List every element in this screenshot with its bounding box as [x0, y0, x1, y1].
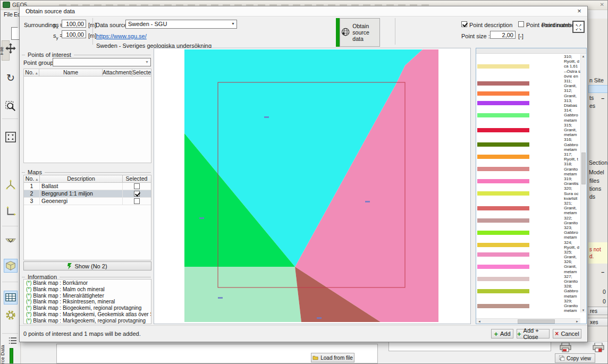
legend-color-bar: [477, 231, 529, 235]
app-close-icon[interactable]: ✕: [600, 2, 604, 7]
legend-color-bar: [477, 218, 529, 223]
legend-entry: 312; Granit,: [476, 88, 580, 98]
scroll-down-icon: ▼: [581, 309, 586, 312]
legend-color-bar: [477, 277, 529, 281]
settings-gear-icon[interactable]: [4, 308, 18, 322]
copy-icon: [559, 355, 564, 361]
legend-entry: 322; Granito: [476, 216, 580, 225]
geology-map[interactable]: [184, 49, 438, 322]
maps-table-row[interactable]: 2Berggrund 1:1 miljon: [24, 190, 151, 198]
maps-table[interactable]: No. ▴ Description Selected 1Ballast2Berg…: [23, 175, 151, 260]
bg-frame-files[interactable]: files: [589, 177, 599, 184]
bg-button-res[interactable]: res: [587, 307, 608, 315]
point-coordinates-checkbox[interactable]: [518, 21, 524, 27]
zoom-select-tool-icon[interactable]: [4, 99, 18, 113]
legend-horizontal-scrollbar[interactable]: ◄ ►: [476, 318, 580, 324]
maps-table-body[interactable]: 1Ballast2Berggrund 1:1 miljon3Geoenergi: [24, 183, 151, 260]
map-label: [317, 317, 322, 319]
map-selected-checkbox[interactable]: [134, 183, 140, 189]
add-button[interactable]: +Add: [491, 329, 513, 338]
bg-text-area-mid[interactable]: [389, 342, 551, 351]
printer-icon[interactable]: [559, 343, 572, 354]
point-size-input[interactable]: 2,00: [490, 31, 516, 39]
maps-table-row[interactable]: 3Geoenergi: [24, 198, 151, 205]
bg-warning-box: s not d.: [588, 242, 608, 264]
map-label: [365, 201, 370, 202]
poi-table-body[interactable]: [24, 77, 151, 163]
legend-entry: 327; Granito: [476, 274, 580, 284]
legend-entry-text: 320; Sura oc kvartsit: [564, 186, 580, 201]
legend-entry: 326; Granit, metam: [476, 259, 580, 274]
data-source-select[interactable]: Sweden - SGU ▼: [125, 20, 237, 29]
copy-view-button[interactable]: Copy view: [555, 353, 595, 363]
legend-color-bar: [477, 101, 529, 105]
sx-input[interactable]: 100,00: [62, 20, 86, 28]
bg-frame-ts[interactable]: ts: [589, 95, 594, 101]
axes-corner-icon[interactable]: [4, 205, 18, 218]
legend-entry: 321; Granit, metam: [476, 201, 580, 216]
legend-rows: 310; Ryolit, d ca 1,61 --Östra s övre en…: [476, 54, 580, 313]
map-selected-checkbox[interactable]: [134, 191, 140, 197]
legend-entry: 310; Ryolit, d ca 1,61 --Östra s övre en: [476, 54, 580, 79]
bg-button-xes[interactable]: xes: [587, 318, 608, 326]
point-size-label: Point size :: [461, 33, 490, 39]
sy-input[interactable]: 100,00: [62, 30, 86, 38]
maps-table-row[interactable]: 1Ballast: [24, 183, 151, 190]
point-description-checkbox[interactable]: [461, 21, 467, 27]
left-toolbar: File ↻ Source Data: [1, 19, 21, 364]
dialog-titlebar[interactable]: Obtain source data ×: [20, 6, 587, 16]
legend-entry: 318; Granito metam: [476, 162, 580, 176]
bg-frame-ds[interactable]: ds: [589, 193, 595, 200]
cancel-button[interactable]: ×Cancel: [553, 329, 581, 338]
legend-color-bar: [477, 243, 529, 247]
point-size-unit: [-]: [518, 33, 523, 39]
fullscreen-button[interactable]: ↖↗ ↙↘: [572, 21, 585, 33]
bg-minimize2-icon[interactable]: –: [601, 269, 604, 275]
chevron-down-icon: ▼: [231, 22, 235, 26]
legend-entry-text: 323; Gabbro metam: [564, 225, 580, 240]
obtain-source-data-button[interactable]: Obtainsource data: [340, 18, 380, 47]
sgu-link[interactable]: https://www.sgu.se/: [96, 33, 147, 39]
printer-report-icon[interactable]: [592, 343, 605, 354]
map-region-mint[interactable]: [184, 267, 301, 322]
legend-color-bar: [477, 142, 529, 147]
scroll-right-icon: ►: [575, 320, 579, 323]
source-data-tab-label[interactable]: Source Data: [0, 345, 5, 364]
rotate-tool-icon[interactable]: ↻: [4, 71, 18, 84]
fit-to-screen-icon[interactable]: [4, 130, 18, 144]
bg-frame-sections[interactable]: Sections: [589, 159, 608, 166]
bg-frame-model[interactable]: Model: [589, 169, 604, 175]
bg-frame-site[interactable]: n Site: [589, 77, 604, 83]
information-box: (*) Blank map : Borrkärnor(*) Blank map …: [23, 279, 151, 324]
sort-asc-icon: ▴: [36, 177, 38, 182]
legend-entry-text: 319; Granitis: [564, 176, 580, 186]
add-close-button[interactable]: +Add + Close: [517, 329, 550, 338]
dialog-close-icon[interactable]: ×: [575, 7, 584, 15]
poi-table[interactable]: No. ▴ Name Attachments Selected: [23, 69, 151, 163]
legend-entry: 316; Gabbro metam: [476, 137, 580, 152]
legend-entry-text: 311; Granit,: [564, 79, 580, 88]
legend-color-bar: [477, 91, 529, 96]
bg-frame-tions[interactable]: tions: [589, 185, 601, 192]
table-grid-icon[interactable]: [4, 291, 18, 304]
bg-minimize-icon[interactable]: –: [601, 95, 604, 101]
legend-color-bar: [477, 64, 529, 69]
legend-entry: 314; Gabbro metam: [476, 108, 580, 123]
list-icon[interactable]: [8, 336, 18, 345]
legend-vertical-scrollbar[interactable]: ▲ ▼: [580, 54, 586, 312]
axes-3d-icon[interactable]: [4, 178, 18, 192]
menu-file[interactable]: File: [4, 11, 13, 18]
move-tool-icon[interactable]: [4, 41, 18, 55]
plus-icon: +: [517, 330, 521, 338]
bg-frame-es[interactable]: es: [589, 103, 595, 109]
map-panel[interactable]: [154, 48, 471, 324]
information-item: (*) Blank map : Markgeokemi, regional pr…: [24, 318, 151, 324]
point-group-select[interactable]: ▼: [53, 58, 151, 66]
load-from-file-button[interactable]: Load from file: [311, 353, 354, 362]
view-3d-box-icon[interactable]: [4, 259, 18, 273]
view-plane-icon[interactable]: [4, 234, 18, 248]
show-maps-button[interactable]: Show (No 2): [23, 261, 151, 270]
bg-selected-frame[interactable]: [588, 85, 608, 93]
map-selected-checkbox[interactable]: [134, 198, 140, 204]
legend-entry: 315; Granit, metam: [476, 123, 580, 138]
